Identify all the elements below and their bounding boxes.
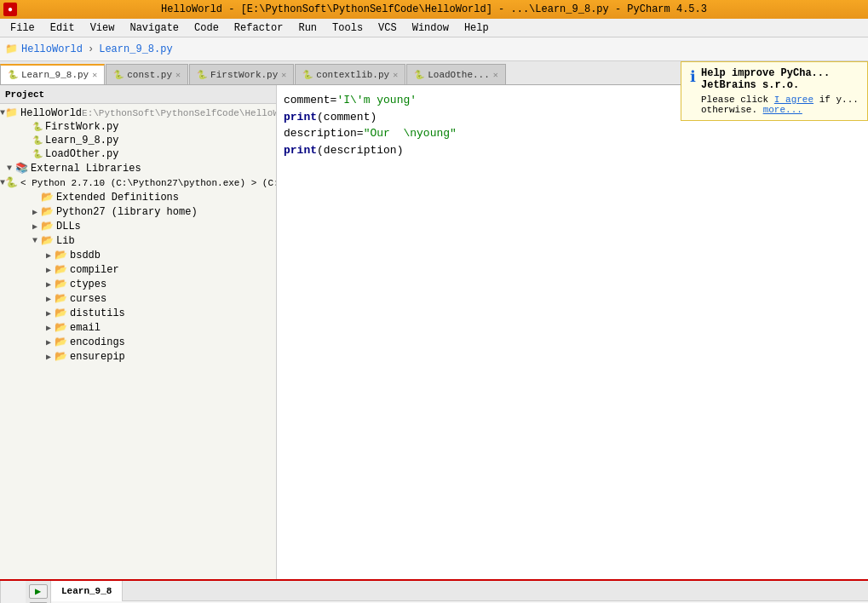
tree-python27[interactable]: 🐍 < Python 2.7.10 (C:\Python27\python.ex… (0, 175, 276, 190)
window-title: HelloWorld - [E:\PythonSoft\PythonSelfCo… (161, 3, 707, 15)
project-panel-header: Project (0, 85, 276, 104)
tree-extlibs-label: External Libraries (31, 163, 141, 175)
arrow-curses (43, 294, 55, 304)
folder-email-icon: 📂 (55, 321, 67, 334)
tree-extended-defs[interactable]: 📂 Extended Definitions (0, 190, 276, 204)
breadcrumb-separator: › (88, 43, 94, 55)
tab-learn98[interactable]: 🐍 Learn_9_8.py ✕ (0, 64, 105, 84)
tree-dlls[interactable]: 📂 DLLs (0, 219, 276, 233)
tree-extlibs[interactable]: 📚 External Libraries (0, 161, 276, 175)
menu-navigate[interactable]: Navigate (123, 20, 186, 36)
tab-firstwork[interactable]: 🐍 FirstWork.py ✕ (189, 64, 294, 84)
arrow-dlls (29, 221, 41, 232)
tab-close-contextlib[interactable]: ✕ (393, 70, 398, 80)
run-tab-bar: Learn_9_8 (51, 581, 868, 601)
code-line-3: description="Our \nyoung" (277, 125, 868, 142)
tab-contextlib[interactable]: 🐍 contextlib.py ✕ (295, 64, 405, 84)
tab-label-const: const.py (127, 70, 172, 80)
tree-distutils[interactable]: 📂 distutils (0, 306, 276, 320)
menu-help[interactable]: Help (457, 20, 496, 36)
folder-ensurepip-icon: 📂 (55, 350, 67, 363)
help-popup: ℹ Help improve PyCha...JetBrains s.r.o. … (681, 61, 868, 121)
arrow-bsddb (43, 250, 55, 261)
info-icon: ℹ (690, 67, 696, 86)
arrow-distutils (43, 308, 55, 319)
menu-edit[interactable]: Edit (43, 20, 82, 36)
tree-helloworld[interactable]: 📁 HelloWorld E:\PythonSoft\PythonSelfCod… (0, 106, 276, 120)
arrow-ensurepip (43, 352, 55, 362)
py-file-icon-2: 🐍 (113, 70, 124, 80)
tab-label-contextlib: contextlib.py (316, 70, 389, 80)
menu-refactor[interactable]: Refactor (227, 20, 290, 36)
tab-close-loadother[interactable]: ✕ (493, 70, 498, 80)
arrow-compiler (43, 265, 55, 275)
breadcrumb-file[interactable]: Learn_9_8.py (99, 43, 172, 55)
arrow-lib (29, 236, 41, 245)
project-label: Project (5, 89, 44, 100)
tree-distutils-label: distutils (70, 307, 125, 319)
project-panel: Project 📁 HelloWorld E:\PythonSoft\Pytho… (0, 85, 277, 579)
tab-loadother[interactable]: 🐍 LoadOthe... ✕ (406, 64, 506, 84)
tab-const[interactable]: 🐍 const.py ✕ (106, 64, 188, 84)
extlib-icon: 📚 (15, 162, 28, 175)
folder-encodings-icon: 📂 (55, 336, 67, 348)
tree-curses-label: curses (70, 293, 106, 305)
folder-icon: 📁 (5, 43, 18, 55)
menu-view[interactable]: View (83, 20, 122, 36)
tree-encodings-label: encodings (70, 336, 125, 348)
folder-distutils-icon: 📂 (55, 307, 67, 319)
project-tree: 📁 HelloWorld E:\PythonSoft\PythonSelfCod… (0, 104, 276, 579)
code-editor[interactable]: comment='I\'m young' print(comment) desc… (277, 85, 868, 579)
run-content: Learn_9_8 C:\Python27\python.exe E:/Pyth… (51, 581, 868, 603)
tree-firstwork[interactable]: 🐍 FirstWork.py (0, 120, 276, 134)
tree-ctypes[interactable]: 📂 ctypes (0, 277, 276, 291)
tree-loadother[interactable]: 🐍 LoadOther.py (0, 147, 276, 161)
tree-helloworld-path: E:\PythonSoft\PythonSelfCode\HelloW... (82, 108, 276, 118)
title-bar: ● HelloWorld - [E:\PythonSoft\PythonSelf… (0, 0, 868, 19)
tab-close-const[interactable]: ✕ (175, 70, 181, 80)
folder-bsddb-icon: 📂 (55, 249, 67, 261)
folder-lib-icon: 📂 (41, 234, 54, 247)
tree-curses[interactable]: 📂 curses (0, 291, 276, 306)
run-sidebar-label[interactable]: Run (0, 581, 26, 603)
folder-ctypes-icon: 📂 (55, 278, 67, 290)
folder-extdefs-icon: 📂 (41, 191, 54, 204)
run-play-button[interactable]: ▶ (29, 584, 48, 599)
bottom-panel: Run ▶ ↑ ↓ ■ ⏸ ≡ ⚙ 📌 ✕ ? Learn_9_8 C:\Pyt… (0, 579, 868, 603)
tree-firstwork-label: FirstWork.py (45, 121, 118, 133)
tree-python27-home[interactable]: 📂 Python27 (library home) (0, 204, 276, 219)
menu-window[interactable]: Window (405, 20, 456, 36)
menu-file[interactable]: File (3, 20, 42, 36)
agree-link[interactable]: I agree (774, 95, 813, 105)
folder-curses-icon: 📂 (55, 292, 67, 305)
menu-run[interactable]: Run (291, 20, 324, 36)
tree-bsddb-label: bsddb (70, 250, 101, 261)
py-file-icon: 🐍 (8, 70, 18, 80)
run-tab-active[interactable]: Learn_9_8 (51, 581, 123, 601)
app-icon: ● (3, 3, 17, 16)
tab-label-loadother: LoadOthe... (428, 70, 490, 80)
code-line-4: print(description) (277, 142, 868, 159)
tree-bsddb[interactable]: 📂 bsddb (0, 248, 276, 262)
tab-label-firstwork: FirstWork.py (210, 70, 278, 80)
tab-close-learn98[interactable]: ✕ (92, 70, 97, 80)
tree-email[interactable]: 📂 email (0, 320, 276, 335)
tree-encodings[interactable]: 📂 encodings (0, 335, 276, 349)
py-file-icon-3: 🐍 (197, 70, 207, 80)
breadcrumb-helloworld[interactable]: HelloWorld (21, 43, 83, 55)
tree-ensurepip[interactable]: 📂 ensurepip (0, 349, 276, 364)
file-loadother-icon: 🐍 (32, 149, 43, 159)
file-learn98-icon: 🐍 (32, 135, 43, 146)
tree-compiler[interactable]: 📂 compiler (0, 262, 276, 277)
tree-lib[interactable]: 📂 Lib (0, 233, 276, 248)
tree-lib-label: Lib (56, 235, 75, 247)
tab-close-firstwork[interactable]: ✕ (281, 70, 286, 80)
main-layout: Project 📁 HelloWorld E:\PythonSoft\Pytho… (0, 85, 868, 579)
menu-code[interactable]: Code (187, 20, 226, 36)
menu-tools[interactable]: Tools (325, 20, 370, 36)
tree-compiler-label: compiler (70, 264, 119, 276)
more-link[interactable]: more... (763, 105, 802, 115)
menu-vcs[interactable]: VCS (371, 20, 404, 36)
tree-helloworld-label: HelloWorld (20, 107, 82, 119)
tree-learn98[interactable]: 🐍 Learn_9_8.py (0, 134, 276, 147)
